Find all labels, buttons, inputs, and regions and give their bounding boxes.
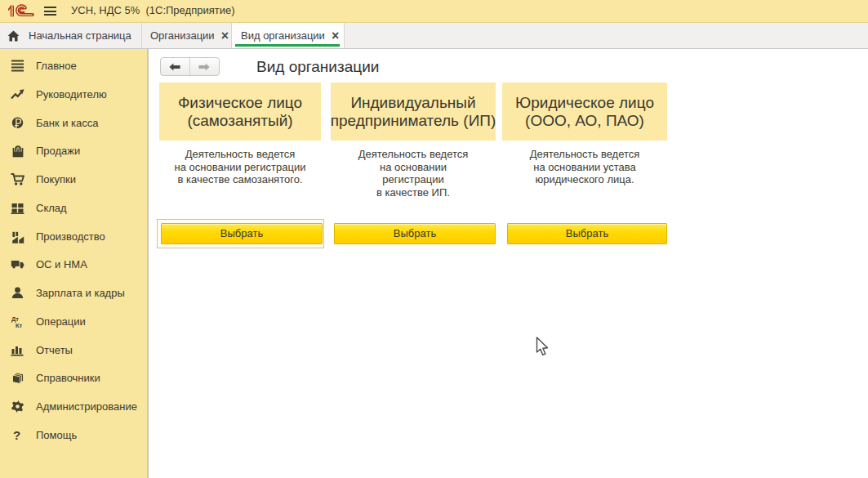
svg-text:?: ?	[13, 428, 20, 442]
svg-text:Кт: Кт	[16, 321, 23, 328]
